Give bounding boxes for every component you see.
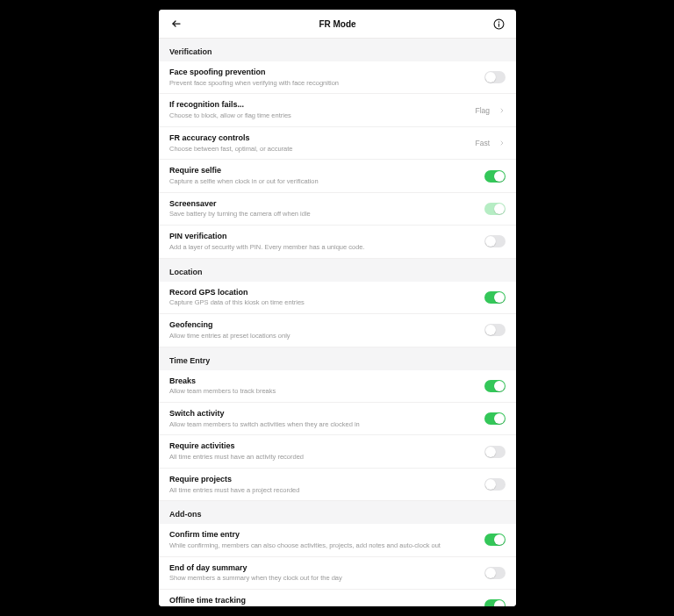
row-description: All time entries must have an activity r… xyxy=(169,453,477,462)
row-title: FR accuracy controls xyxy=(169,133,468,144)
row-title: Geofencing xyxy=(169,320,477,331)
settings-row: Face spoofing preventionPrevent face spo… xyxy=(159,61,516,94)
info-icon xyxy=(493,18,505,30)
row-title: Screensaver xyxy=(169,199,477,210)
settings-row: PIN verificationAdd a layer of security … xyxy=(159,226,516,258)
info-button[interactable] xyxy=(490,10,507,38)
row-description: While confirming, members can also choos… xyxy=(169,541,477,550)
row-title: Require selfie xyxy=(169,166,477,176)
settings-row[interactable]: If recognition fails...Choose to block, … xyxy=(159,94,516,126)
toggle-switch[interactable] xyxy=(484,71,506,83)
section-header: Add-ons xyxy=(159,501,516,524)
section-header: Verification xyxy=(159,39,516,61)
settings-row: Record GPS locationCapture GPS data of t… xyxy=(159,282,516,314)
settings-row: BreaksAllow team members to track breaks xyxy=(159,370,516,403)
toggle-switch[interactable] xyxy=(484,534,506,546)
toggle-switch[interactable] xyxy=(484,567,506,579)
row-title: Face spoofing prevention xyxy=(169,68,477,78)
row-description: Choose between fast, optimal, or accurat… xyxy=(169,145,468,154)
settings-row: Require projectsAll time entries must ha… xyxy=(159,469,516,501)
toggle-switch[interactable] xyxy=(484,324,506,336)
row-title: End of day summary xyxy=(169,563,477,574)
toggle-switch[interactable] xyxy=(484,291,506,304)
row-description: Add a layer of security with PIN. Every … xyxy=(169,243,477,252)
settings-row: Switch activityAllow team members to swi… xyxy=(159,403,516,435)
settings-row: Require activitiesAll time entries must … xyxy=(159,435,516,468)
row-title: Require projects xyxy=(169,475,477,485)
row-title: PIN verification xyxy=(169,232,477,242)
row-title: Switch activity xyxy=(169,409,477,419)
toggle-switch[interactable] xyxy=(484,412,506,425)
row-value: Flag xyxy=(475,106,490,115)
settings-list[interactable]: VerificationFace spoofing preventionPrev… xyxy=(159,39,516,606)
row-title: Require activities xyxy=(169,441,477,452)
settings-screen: FR Mode VerificationFace spoofing preven… xyxy=(159,10,516,606)
settings-row: Confirm time entryWhile confirming, memb… xyxy=(159,524,516,556)
settings-row: Offline time trackingAllow team members … xyxy=(159,590,516,606)
svg-point-3 xyxy=(498,21,499,22)
toggle-switch[interactable] xyxy=(484,380,506,392)
row-description: Allow team members to track breaks xyxy=(169,387,477,396)
header-bar: FR Mode xyxy=(159,10,516,39)
row-description: Choose to block, allow or flag time entr… xyxy=(169,111,468,120)
row-description: Prevent face spoofing when verifying wit… xyxy=(169,79,477,88)
row-description: Save battery by turning the camera off w… xyxy=(169,210,477,218)
settings-row: GeofencingAllow time entries at preset l… xyxy=(159,314,516,347)
settings-row: ScreensaverSave battery by turning the c… xyxy=(159,193,516,226)
row-description: All time entries must have a project rec… xyxy=(169,486,477,495)
toggle-switch[interactable] xyxy=(484,478,506,491)
page-title: FR Mode xyxy=(319,19,355,29)
section-header: Time Entry xyxy=(159,347,516,370)
row-title: Breaks xyxy=(169,376,477,387)
back-arrow-icon xyxy=(171,18,182,29)
settings-row: Require selfieCapture a selfie when cloc… xyxy=(159,160,516,192)
row-description: Capture GPS data of this kiosk on time e… xyxy=(169,298,477,307)
toggle-switch[interactable] xyxy=(484,446,506,458)
toggle-switch[interactable] xyxy=(484,203,506,215)
row-description: Capture a selfie when clock in or out fo… xyxy=(169,177,477,186)
row-description: Show members a summary when they clock o… xyxy=(169,574,477,583)
toggle-switch[interactable] xyxy=(484,170,506,183)
row-description: Allow time entries at preset locations o… xyxy=(169,332,477,340)
row-title: If recognition fails... xyxy=(169,100,468,111)
section-header: Location xyxy=(159,259,516,282)
row-description: Allow team members to switch activities … xyxy=(169,420,477,429)
back-button[interactable] xyxy=(168,10,185,38)
row-title: Offline time tracking xyxy=(169,596,477,606)
chevron-right-icon xyxy=(498,140,506,147)
settings-row[interactable]: FR accuracy controlsChoose between fast,… xyxy=(159,127,516,160)
toggle-switch[interactable] xyxy=(484,599,506,606)
toggle-switch[interactable] xyxy=(484,235,506,247)
row-title: Record GPS location xyxy=(169,288,477,298)
row-value: Fast xyxy=(475,139,490,147)
chevron-right-icon xyxy=(498,107,506,114)
row-title: Confirm time entry xyxy=(169,530,477,541)
settings-row: End of day summaryShow members a summary… xyxy=(159,557,516,590)
